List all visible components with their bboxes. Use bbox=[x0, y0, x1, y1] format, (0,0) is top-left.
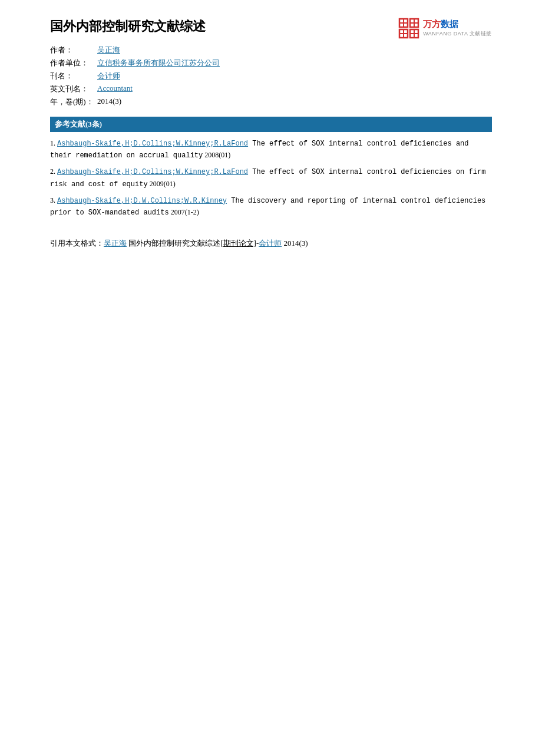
author-link[interactable]: 吴正海 bbox=[97, 45, 120, 54]
ref-year-1: 2008(01) bbox=[204, 151, 230, 159]
journal-value: 会计师 bbox=[97, 70, 220, 82]
year-value: 2014(3) bbox=[97, 95, 220, 108]
ref-number-3: 3. bbox=[50, 196, 57, 204]
author-value: 吴正海 bbox=[97, 44, 220, 57]
logo-data: 数据 bbox=[441, 19, 458, 30]
logo-container: 万方 数据 WANFANG DATA 文献链接 bbox=[398, 18, 492, 39]
meta-row-year: 年，卷(期)： 2014(3) bbox=[50, 95, 220, 108]
journal-label: 刊名： bbox=[50, 70, 97, 82]
citation-author-link[interactable]: 吴正海 bbox=[104, 239, 127, 247]
en-journal-link[interactable]: Accountant bbox=[97, 84, 133, 93]
page-title: 国外内部控制研究文献综述 bbox=[50, 18, 398, 35]
reference-item-1: 1. Ashbaugh-Skaife,H;D.Collins;W.Kinney;… bbox=[50, 138, 492, 161]
logo-brand-row: 万方 数据 bbox=[423, 19, 492, 30]
author-label: 作者： bbox=[50, 44, 97, 57]
year-label: 年，卷(期)： bbox=[50, 95, 97, 108]
institution-link[interactable]: 立信税务事务所有限公司江苏分公司 bbox=[97, 58, 220, 67]
wanfang-logo-icon bbox=[398, 18, 419, 39]
meta-row-author: 作者： 吴正海 bbox=[50, 44, 220, 57]
ref-number-2: 2. bbox=[50, 167, 57, 176]
header-section: 国外内部控制研究文献综述 作者： 吴正海 作者单位： 立信税务事务所有限公司江苏… bbox=[50, 18, 492, 108]
title-block: 国外内部控制研究文献综述 作者： 吴正海 作者单位： 立信税务事务所有限公司江苏… bbox=[50, 18, 398, 108]
citation-article-link[interactable]: [期刊论文] bbox=[220, 239, 256, 247]
logo-block: 万方 数据 WANFANG DATA 文献链接 bbox=[398, 18, 492, 39]
logo-wan: 万方 bbox=[423, 19, 441, 30]
references-section: 参考文献(3条) 1. Ashbaugh-Skaife,H;D.Collins;… bbox=[50, 117, 492, 219]
ref-year-2: 2009(01) bbox=[150, 180, 176, 188]
ref-author-link-2[interactable]: Ashbaugh-Skaife,H;D.Collins;W.Kinney;R.L… bbox=[57, 168, 248, 176]
citation-article-title: 国外内部控制研究文献综述 bbox=[127, 239, 220, 247]
logo-subtitle: WANFANG DATA 文献链接 bbox=[423, 30, 492, 38]
ref-author-link-3[interactable]: Ashbaugh-Skaife,H;D.W.Collins;W.R.Kinney bbox=[57, 197, 227, 205]
logo-text: 万方 数据 WANFANG DATA 文献链接 bbox=[423, 19, 492, 38]
citation-label: 引用本文格式： bbox=[50, 239, 104, 247]
institution-value: 立信税务事务所有限公司江苏分公司 bbox=[97, 57, 220, 70]
meta-row-en-journal: 英文刊名： Accountant bbox=[50, 82, 220, 95]
meta-row-journal: 刊名： 会计师 bbox=[50, 70, 220, 82]
ref-number-1: 1. bbox=[50, 139, 57, 147]
ref-year-3: 2007(1-2) bbox=[171, 208, 199, 216]
en-journal-label: 英文刊名： bbox=[50, 82, 97, 95]
meta-row-institution: 作者单位： 立信税务事务所有限公司江苏分公司 bbox=[50, 57, 220, 70]
citation-journal-link[interactable]: 会计师 bbox=[259, 239, 282, 247]
reference-item-2: 2. Ashbaugh-Skaife,H;D.Collins;W.Kinney;… bbox=[50, 166, 492, 190]
citation-section: 引用本文格式：吴正海 国外内部控制研究文献综述[期刊论文]-会计师 2014(3… bbox=[50, 236, 492, 250]
references-header: 参考文献(3条) bbox=[50, 117, 492, 132]
citation-year: 2014(3) bbox=[282, 239, 308, 247]
meta-table: 作者： 吴正海 作者单位： 立信税务事务所有限公司江苏分公司 刊名： 会计师 英… bbox=[50, 44, 220, 108]
ref-author-link-1[interactable]: Ashbaugh-Skaife,H;D.Collins;W.Kinney;R.L… bbox=[57, 140, 248, 148]
institution-label: 作者单位： bbox=[50, 57, 97, 70]
journal-link[interactable]: 会计师 bbox=[97, 71, 120, 80]
reference-item-3: 3. Ashbaugh-Skaife,H;D.W.Collins;W.R.Kin… bbox=[50, 195, 492, 219]
en-journal-value: Accountant bbox=[97, 82, 220, 95]
